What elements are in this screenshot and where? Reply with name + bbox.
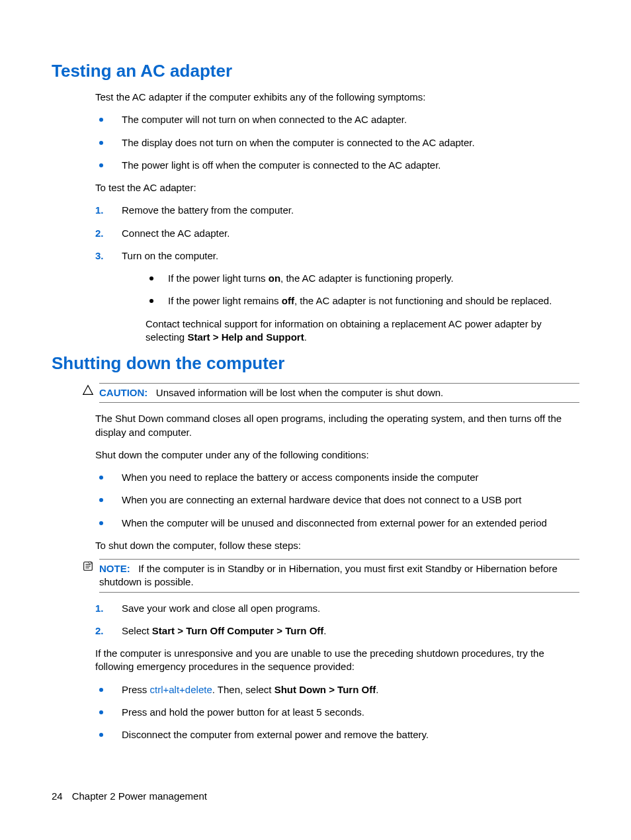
list-item: When you are connecting an external hard… <box>95 493 579 507</box>
page-number: 24 <box>52 790 63 802</box>
bold-text: Start > Help and Support <box>187 331 304 343</box>
text-fragment: . <box>304 331 307 343</box>
to-test-text: To test the AC adapter: <box>95 181 579 194</box>
note-admonition: NOTE: If the computer is in Standby or i… <box>82 559 579 593</box>
text-fragment: If the power light turns <box>168 273 269 284</box>
heading-testing-ac-adapter: Testing an AC adapter <box>52 61 579 81</box>
list-item: Save your work and close all open progra… <box>95 602 579 615</box>
list-item: Disconnect the computer from external po… <box>95 728 579 741</box>
intro-text: Test the AC adapter if the computer exhi… <box>95 91 579 104</box>
bold-text: Start > Turn Off Computer > Turn Off <box>152 625 323 636</box>
page-footer: 24Chapter 2 Power management <box>52 790 207 802</box>
test-steps: Remove the battery from the computer. Co… <box>95 204 579 344</box>
bold-text: Shut Down > Turn Off <box>274 684 376 695</box>
text-fragment: . <box>376 684 378 695</box>
list-item: When you need to replace the battery or … <box>95 471 579 484</box>
symptom-list: The computer will not turn on when conne… <box>95 113 579 172</box>
heading-shutting-down: Shutting down the computer <box>52 353 579 374</box>
list-item: If the power light remains off, the AC a… <box>146 294 579 308</box>
list-item: When the computer will be unused and dis… <box>95 517 579 530</box>
caution-text: Unsaved information will be lost when th… <box>156 387 443 398</box>
paragraph: To shut down the computer, follow these … <box>95 539 579 552</box>
list-item: Press and hold the power button for at l… <box>95 706 579 719</box>
list-item: Turn on the computer. If the power light… <box>95 249 579 344</box>
note-label: NOTE: <box>99 563 130 574</box>
paragraph: Shut down the computer under any of the … <box>95 448 579 462</box>
list-item: The display does not turn on when the co… <box>95 136 579 149</box>
emergency-list: Press ctrl+alt+delete. Then, select Shut… <box>95 683 579 742</box>
list-item: Select Start > Turn Off Computer > Turn … <box>95 624 579 638</box>
list-item: The power light is off when the computer… <box>95 159 579 172</box>
note-icon <box>82 560 94 572</box>
paragraph: The Shut Down command closes all open pr… <box>95 412 579 439</box>
caution-icon <box>82 384 94 396</box>
list-item: Remove the battery from the computer. <box>95 204 579 217</box>
list-item: Press ctrl+alt+delete. Then, select Shut… <box>95 683 579 696</box>
text-fragment: . Then, select <box>212 684 274 695</box>
text-fragment: , the AC adapter is not functioning and … <box>294 295 552 306</box>
text-fragment: . <box>323 625 326 636</box>
bold-text: off <box>282 295 294 306</box>
list-item: Connect the AC adapter. <box>95 227 579 240</box>
caution-admonition: CAUTION: Unsaved information will be los… <box>82 383 579 403</box>
caution-label: CAUTION: <box>99 387 147 398</box>
shutdown-steps: Save your work and close all open progra… <box>95 602 579 638</box>
keyboard-shortcut: ctrl+alt+delete <box>150 684 212 695</box>
text-fragment: Select <box>122 625 152 636</box>
bold-text: on <box>269 273 280 284</box>
step-text: Turn on the computer. <box>122 250 218 261</box>
note-text: If the computer is in Standby or in Hibe… <box>99 563 558 587</box>
text-fragment: If the power light remains <box>168 295 282 306</box>
substep-list: If the power light turns on, the AC adap… <box>146 272 579 308</box>
contact-support-text: Contact technical support for informatio… <box>146 317 579 345</box>
paragraph: If the computer is unresponsive and you … <box>95 647 579 674</box>
text-fragment: Press <box>122 684 150 695</box>
chapter-label: Chapter 2 Power management <box>72 790 207 802</box>
list-item: The computer will not turn on when conne… <box>95 113 579 126</box>
list-item: If the power light turns on, the AC adap… <box>146 272 579 285</box>
text-fragment: , the AC adapter is functioning properly… <box>280 273 454 284</box>
conditions-list: When you need to replace the battery or … <box>95 471 579 530</box>
